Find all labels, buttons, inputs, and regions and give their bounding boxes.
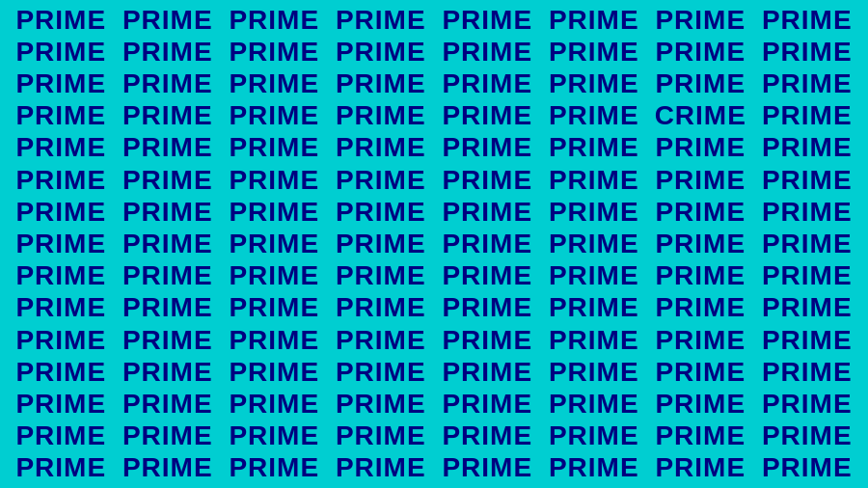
word-cell: PRIME bbox=[122, 197, 213, 228]
word-cell: PRIME bbox=[549, 229, 639, 259]
word-cell: PRIME bbox=[762, 420, 853, 451]
word-cell: PRIME bbox=[762, 100, 853, 131]
word-cell: PRIME bbox=[15, 452, 106, 483]
word-cell: PRIME bbox=[549, 452, 639, 483]
word-cell: PRIME bbox=[15, 5, 106, 36]
word-cell: PRIME bbox=[655, 260, 746, 291]
word-cell: PRIME bbox=[762, 229, 853, 259]
word-cell: PRIME bbox=[122, 100, 213, 131]
word-cell: PRIME bbox=[549, 389, 639, 420]
word-cell: PRIME bbox=[122, 420, 213, 451]
highlight-word: CRIME bbox=[655, 100, 746, 131]
word-cell: PRIME bbox=[762, 5, 853, 36]
word-cell: PRIME bbox=[442, 389, 532, 420]
word-cell: PRIME bbox=[549, 68, 639, 99]
word-cell: PRIME bbox=[229, 68, 319, 99]
word-cell: PRIME bbox=[122, 132, 213, 163]
word-cell: PRIME bbox=[549, 37, 639, 68]
word-cell: PRIME bbox=[762, 132, 853, 163]
word-cell: PRIME bbox=[122, 452, 213, 483]
word-cell: PRIME bbox=[655, 68, 746, 99]
word-cell: PRIME bbox=[442, 165, 532, 196]
word-cell: PRIME bbox=[336, 197, 426, 228]
word-cell: PRIME bbox=[15, 165, 106, 196]
word-cell: PRIME bbox=[336, 229, 426, 259]
word-cell: PRIME bbox=[655, 292, 746, 323]
word-cell: PRIME bbox=[229, 132, 319, 163]
word-cell: PRIME bbox=[122, 68, 213, 99]
word-cell: PRIME bbox=[655, 5, 746, 36]
word-cell: PRIME bbox=[655, 132, 746, 163]
word-cell: PRIME bbox=[336, 292, 426, 323]
word-cell: PRIME bbox=[15, 197, 106, 228]
word-cell: PRIME bbox=[442, 260, 532, 291]
word-cell: PRIME bbox=[229, 357, 319, 388]
word-cell: PRIME bbox=[762, 357, 853, 388]
word-cell: PRIME bbox=[15, 389, 106, 420]
word-cell: PRIME bbox=[655, 325, 746, 356]
word-cell: PRIME bbox=[655, 357, 746, 388]
word-cell: PRIME bbox=[122, 292, 213, 323]
word-cell: PRIME bbox=[336, 132, 426, 163]
word-cell: PRIME bbox=[549, 325, 639, 356]
word-cell: PRIME bbox=[229, 37, 319, 68]
word-cell: PRIME bbox=[549, 260, 639, 291]
word-cell: PRIME bbox=[15, 292, 106, 323]
word-cell: PRIME bbox=[442, 5, 532, 36]
word-cell: PRIME bbox=[336, 5, 426, 36]
word-cell: PRIME bbox=[336, 37, 426, 68]
word-cell: PRIME bbox=[336, 452, 426, 483]
word-cell: PRIME bbox=[15, 260, 106, 291]
word-cell: PRIME bbox=[229, 389, 319, 420]
word-cell: PRIME bbox=[549, 420, 639, 451]
word-cell: PRIME bbox=[549, 100, 639, 131]
word-cell: PRIME bbox=[15, 229, 106, 259]
word-cell: PRIME bbox=[229, 197, 319, 228]
word-cell: PRIME bbox=[442, 37, 532, 68]
word-cell: PRIME bbox=[229, 5, 319, 36]
word-cell: PRIME bbox=[442, 229, 532, 259]
word-cell: PRIME bbox=[762, 197, 853, 228]
word-cell: PRIME bbox=[122, 260, 213, 291]
word-grid: PRIMEPRIMEPRIMEPRIMEPRIMEPRIMEPRIMEPRIME… bbox=[0, 0, 868, 488]
word-cell: PRIME bbox=[15, 100, 106, 131]
word-cell: PRIME bbox=[442, 325, 532, 356]
word-cell: PRIME bbox=[762, 325, 853, 356]
word-cell: PRIME bbox=[549, 197, 639, 228]
word-cell: PRIME bbox=[122, 5, 213, 36]
word-cell: PRIME bbox=[762, 452, 853, 483]
word-cell: PRIME bbox=[336, 389, 426, 420]
word-cell: PRIME bbox=[549, 357, 639, 388]
word-cell: PRIME bbox=[122, 325, 213, 356]
word-cell: PRIME bbox=[442, 452, 532, 483]
word-cell: PRIME bbox=[15, 357, 106, 388]
word-cell: PRIME bbox=[442, 357, 532, 388]
word-cell: PRIME bbox=[336, 325, 426, 356]
word-cell: PRIME bbox=[122, 357, 213, 388]
word-cell: PRIME bbox=[229, 100, 319, 131]
word-cell: PRIME bbox=[442, 292, 532, 323]
word-cell: PRIME bbox=[549, 165, 639, 196]
word-cell: PRIME bbox=[655, 389, 746, 420]
word-cell: PRIME bbox=[122, 165, 213, 196]
word-cell: PRIME bbox=[762, 260, 853, 291]
word-cell: PRIME bbox=[336, 68, 426, 99]
word-cell: PRIME bbox=[762, 68, 853, 99]
word-cell: PRIME bbox=[15, 420, 106, 451]
word-cell: PRIME bbox=[655, 420, 746, 451]
word-cell: PRIME bbox=[762, 37, 853, 68]
word-cell: PRIME bbox=[15, 132, 106, 163]
word-cell: PRIME bbox=[336, 100, 426, 131]
word-cell: PRIME bbox=[655, 229, 746, 259]
word-cell: PRIME bbox=[655, 452, 746, 483]
word-cell: PRIME bbox=[655, 37, 746, 68]
word-cell: PRIME bbox=[15, 325, 106, 356]
word-cell: PRIME bbox=[762, 389, 853, 420]
word-cell: PRIME bbox=[122, 37, 213, 68]
word-cell: PRIME bbox=[229, 260, 319, 291]
word-cell: PRIME bbox=[762, 165, 853, 196]
word-cell: PRIME bbox=[442, 68, 532, 99]
word-cell: PRIME bbox=[336, 165, 426, 196]
word-cell: PRIME bbox=[229, 452, 319, 483]
word-cell: PRIME bbox=[336, 420, 426, 451]
